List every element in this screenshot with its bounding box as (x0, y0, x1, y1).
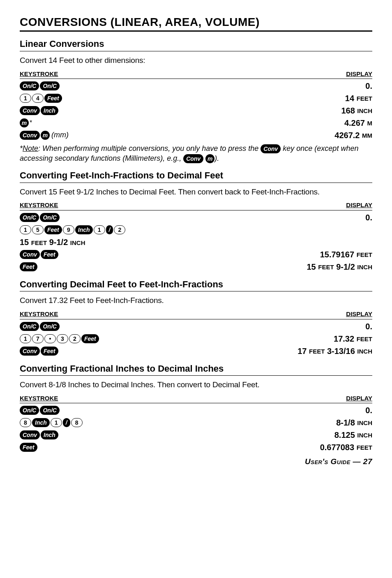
key-3: 3 (57, 334, 68, 343)
display-value: 0. (365, 212, 372, 223)
display-value: 0. (365, 321, 372, 332)
table-row: Feet 15 FEET 9-1/2 INCH (20, 261, 372, 272)
section3-intro: Convert 17.32 Feet to Feet-Inch-Fraction… (20, 296, 372, 306)
table-row: 1 7 • 3 2 Feet 17.32 FEET (20, 333, 372, 344)
key-onc: On/C (40, 322, 59, 331)
section-heading-dec-to-fif: Converting Decimal Feet to Feet-Inch-Fra… (20, 279, 372, 292)
key-8: 8 (71, 418, 83, 427)
table-row: Feet 0.677083 FEET (20, 442, 372, 453)
key-dot: • (44, 334, 56, 343)
col-display: DISPLAY (346, 201, 372, 209)
key-conv: Conv (183, 154, 203, 163)
key-inch: Inch (75, 225, 93, 234)
key-onc: On/C (40, 81, 59, 90)
page-footer: User's Guide — 27 (20, 457, 372, 467)
key-conv: Conv (20, 131, 40, 140)
key-onc: On/C (40, 213, 59, 222)
table-row: On/C On/C 0. (20, 212, 372, 223)
display-continuation: 15 FEET 9-1/2 INCH (20, 237, 372, 247)
key-8: 8 (20, 418, 31, 427)
table-header: KEYSTROKE DISPLAY (20, 70, 372, 79)
key-conv: Conv (20, 250, 40, 259)
table-row: Conv Inch 8.125 INCH (20, 430, 372, 440)
display-value: 0. (365, 81, 372, 91)
key-2: 2 (69, 334, 81, 343)
table-row: Conv Feet 15.79167 FEET (20, 249, 372, 260)
display-value: 0.677083 FEET (320, 442, 372, 453)
key-onc: On/C (20, 213, 39, 222)
section1-intro: Convert 14 Feet to other dimensions: (20, 55, 372, 66)
key-1: 1 (51, 418, 62, 427)
table-linear: KEYSTROKE DISPLAY On/C On/C 0. 1 4 Feet … (20, 70, 372, 141)
key-inch: Inch (41, 106, 58, 115)
key-onc: On/C (40, 406, 59, 415)
key-inch: Inch (32, 418, 50, 427)
col-keystroke: KEYSTROKE (20, 70, 58, 78)
key-m: m (20, 118, 29, 127)
section-heading-linear: Linear Conversions (20, 38, 372, 51)
display-value: 0. (365, 405, 372, 416)
footnote: *Note: When performing multiple conversi… (20, 144, 372, 163)
key-conv: Conv (20, 106, 40, 115)
display-value: 8.125 INCH (334, 430, 372, 440)
key-7: 7 (32, 334, 44, 343)
key-conv: Conv (20, 347, 40, 356)
col-keystroke: KEYSTROKE (20, 394, 58, 402)
col-display: DISPLAY (346, 310, 372, 318)
key-conv: Conv (261, 144, 281, 153)
key-inch: Inch (41, 430, 58, 439)
mm-label: (mm) (51, 130, 69, 140)
table-row: 8 Inch 1 / 8 8-1/8 INCH (20, 417, 372, 428)
table-row: 1 5 Feet 9 Inch 1 / 2 (20, 224, 372, 235)
key-slash: / (106, 225, 113, 234)
key-4: 4 (32, 94, 44, 103)
section-heading-frac-to-dec-inch: Converting Fractional Inches to Decimal … (20, 363, 372, 376)
table-header: KEYSTROKE DISPLAY (20, 201, 372, 210)
display-value: 15 FEET 9-1/2 INCH (307, 261, 372, 272)
section2-intro: Convert 15 Feet 9-1/2 Inches to Decimal … (20, 187, 372, 197)
table-header: KEYSTROKE DISPLAY (20, 394, 372, 404)
table-dec-to-fif: KEYSTROKE DISPLAY On/C On/C 0. 1 7 • 3 2… (20, 310, 372, 356)
key-1: 1 (20, 94, 31, 103)
table-row: 1 4 Feet 14 FEET (20, 93, 372, 104)
key-m: m (41, 131, 50, 140)
key-feet: Feet (81, 334, 99, 343)
key-slash: / (63, 418, 70, 427)
asterisk-icon: * (30, 119, 32, 127)
key-2: 2 (114, 225, 125, 234)
key-onc: On/C (20, 81, 39, 90)
display-value: 17 FEET 3-13/16 INCH (297, 346, 372, 356)
display-value: 15.79167 FEET (320, 249, 372, 260)
key-feet: Feet (44, 94, 62, 103)
key-onc: On/C (20, 322, 39, 331)
key-feet: Feet (41, 347, 58, 356)
key-9: 9 (63, 225, 74, 234)
col-keystroke: KEYSTROKE (20, 201, 58, 209)
table-row: On/C On/C 0. (20, 81, 372, 91)
display-value: 8-1/8 INCH (336, 417, 372, 428)
key-m: m (205, 154, 214, 163)
key-feet: Feet (20, 443, 37, 452)
key-feet: Feet (20, 262, 37, 271)
display-value: 4.267 M (344, 118, 372, 128)
key-conv: Conv (20, 430, 40, 439)
col-display: DISPLAY (346, 70, 372, 78)
table-row: Conv Feet 17 FEET 3-13/16 INCH (20, 346, 372, 356)
table-frac-to-dec-inch: KEYSTROKE DISPLAY On/C On/C 0. 8 Inch 1 … (20, 394, 372, 453)
key-feet: Feet (41, 250, 58, 259)
section4-intro: Convert 8-1/8 Inches to Decimal Inches. … (20, 380, 372, 390)
table-row: m* 4.267 M (20, 118, 372, 128)
key-1: 1 (20, 225, 31, 234)
display-value: 17.32 FEET (334, 333, 372, 344)
display-value: 4267.2 MM (334, 130, 372, 141)
table-row: Conv Inch 168 INCH (20, 105, 372, 116)
key-1: 1 (94, 225, 105, 234)
key-feet: Feet (44, 225, 62, 234)
display-value: 14 FEET (345, 93, 372, 104)
table-row: On/C On/C 0. (20, 321, 372, 332)
table-fif-to-dec: KEYSTROKE DISPLAY On/C On/C 0. 1 5 Feet … (20, 201, 372, 272)
display-value: 168 INCH (341, 105, 372, 116)
table-row: Conv m (mm) 4267.2 MM (20, 130, 372, 141)
table-row: On/C On/C 0. (20, 405, 372, 416)
table-header: KEYSTROKE DISPLAY (20, 310, 372, 319)
